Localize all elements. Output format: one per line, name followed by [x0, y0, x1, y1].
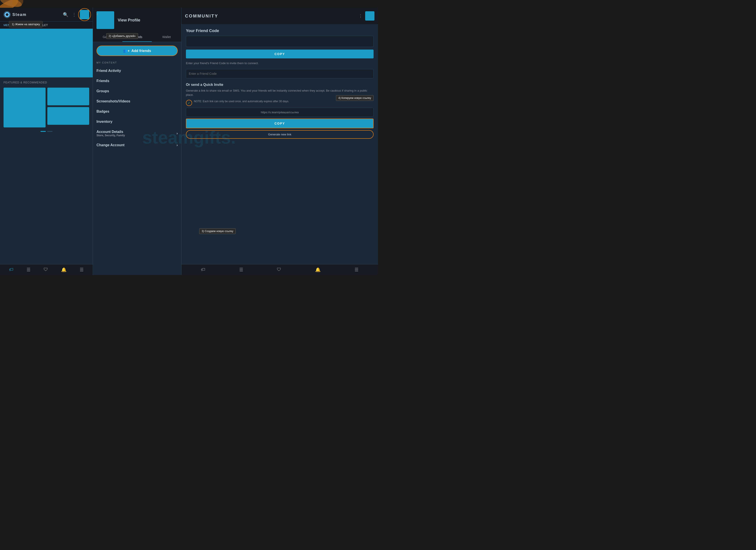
left-panel: 1) Жмем на аватарку Steam 🔍 ⋮	[0, 8, 93, 275]
more-icon[interactable]: ⋮	[72, 12, 76, 17]
community-avatar	[365, 11, 374, 21]
checkmark-circle: ✓	[186, 100, 192, 106]
menu-inventory[interactable]: Inventory	[93, 117, 181, 127]
bottom-nav-tag-icon[interactable]: 🏷	[9, 267, 13, 273]
annotation-3: 3) Создаем новую ссылку	[199, 228, 236, 234]
checkmark-icon: ✓	[188, 101, 190, 105]
community-header: COMMUNITY ⋮	[181, 8, 378, 24]
community-header-right: ⋮	[359, 11, 374, 21]
featured-item-1	[4, 88, 46, 128]
search-icon[interactable]: 🔍	[63, 12, 68, 17]
bottom-nav-bell-icon[interactable]: 🔔	[61, 267, 67, 273]
tab-wallet[interactable]: Wallet	[152, 33, 181, 42]
community-more-icon[interactable]: ⋮	[359, 14, 363, 18]
add-friends-icon: 👥+	[123, 49, 129, 53]
friend-code-title: Your Friend Code	[186, 29, 374, 33]
featured-banner	[0, 29, 93, 77]
menu-change-account-label: Change Account	[96, 143, 125, 147]
featured-item-2	[47, 88, 89, 105]
scroll-indicator	[0, 129, 93, 134]
menu-groups[interactable]: Groups	[93, 86, 181, 96]
my-content-header: MY CONTENT	[93, 60, 181, 66]
menu-friend-activity[interactable]: Friend Activity	[93, 66, 181, 76]
bottom-nav-library-icon[interactable]: ☰	[27, 267, 31, 273]
back-arrow-button[interactable]: ‹	[96, 11, 98, 17]
right-bottom-tag-icon[interactable]: 🏷	[201, 267, 205, 273]
avatar-container[interactable]	[80, 10, 89, 19]
featured-grid	[0, 86, 93, 129]
profile-header: View Profile	[93, 8, 181, 33]
bottom-nav-shield-icon[interactable]: 🛡	[44, 267, 48, 273]
bottom-nav-menu-icon[interactable]: ☰	[80, 267, 84, 273]
menu-badges[interactable]: Badges	[93, 106, 181, 117]
middle-panel: ‹ View Profile 2) «Добавить друзей» Game…	[93, 8, 181, 275]
invite-link-box: https://s.team/p/ваша/ссылка	[186, 108, 374, 117]
menu-account-details[interactable]: Account Details Store, Security, Family …	[93, 127, 181, 140]
quick-invite-title: Or send a Quick Invite	[186, 83, 374, 87]
add-friends-container: 👥+ Add friends	[93, 42, 181, 60]
left-content: FEATURED & RECOMMENDED	[0, 29, 93, 264]
right-bottom-bell-icon[interactable]: 🔔	[315, 267, 321, 273]
community-title: COMMUNITY	[185, 14, 218, 19]
friend-code-desc: Enter your friend's Friend Code to invit…	[186, 61, 374, 66]
steam-logo-text: Steam	[12, 12, 27, 17]
add-friends-label: Add friends	[131, 49, 151, 53]
annotation-1: 1) Жмем на аватарку	[9, 21, 43, 27]
profile-avatar	[96, 11, 114, 29]
steam-header: Steam 🔍 ⋮	[0, 8, 93, 22]
annotation-2: 2) «Добавить друзей»	[106, 33, 138, 39]
bottom-nav-left: 🏷 ☰ 🛡 🔔 ☰	[0, 264, 93, 275]
svg-point-10	[6, 13, 8, 16]
right-bottom-shield-icon[interactable]: 🛡	[277, 267, 281, 273]
scroll-dot-2	[47, 131, 52, 132]
copy-friend-code-button[interactable]: COPY	[186, 50, 374, 58]
menu-friends[interactable]: Friends	[93, 76, 181, 86]
menu-account-details-sub: Store, Security, Family	[96, 134, 125, 137]
steam-header-icons: 🔍 ⋮	[63, 10, 89, 19]
featured-item-3	[47, 107, 89, 125]
steam-logo-icon	[4, 11, 11, 18]
avatar	[80, 10, 89, 19]
enter-friend-code-input[interactable]	[186, 69, 374, 78]
menu-badges-label: Badges	[96, 110, 109, 114]
right-bottom-menu-icon[interactable]: ☰	[355, 267, 359, 273]
view-profile-button[interactable]: View Profile	[118, 18, 140, 23]
note-content: NOTE: Each link can only be used once, a…	[194, 100, 289, 103]
menu-inventory-label: Inventory	[96, 120, 112, 124]
add-friends-button[interactable]: 👥+ Add friends	[96, 46, 178, 56]
featured-header: FEATURED & RECOMMENDED	[0, 79, 93, 86]
menu-change-account[interactable]: Change Account ›	[93, 140, 181, 150]
copy-invite-link-button[interactable]: COPY	[186, 119, 374, 128]
annotation-4: 4) Копируем новую ссылку	[336, 95, 374, 101]
menu-account-details-arrow: ›	[177, 131, 178, 135]
menu-friend-activity-label: Friend Activity	[96, 69, 121, 73]
scroll-dot-1	[40, 131, 46, 132]
menu-screenshots[interactable]: Screenshots/Videos	[93, 96, 181, 106]
friend-code-display	[186, 36, 374, 47]
right-bottom-library-icon[interactable]: ☰	[239, 267, 243, 273]
menu-screenshots-label: Screenshots/Videos	[96, 99, 130, 103]
menu-account-details-label: Account Details	[96, 130, 125, 134]
bottom-nav-right: 🏷 ☰ 🛡 🔔 ☰	[181, 264, 378, 275]
menu-friends-label: Friends	[96, 79, 109, 83]
menu-change-account-arrow: ›	[177, 143, 178, 147]
steam-logo: Steam	[4, 11, 27, 18]
friend-code-section: Your Friend Code COPY Enter your friend'…	[181, 24, 378, 143]
right-panel: COMMUNITY ⋮ Your Friend Code COPY Enter …	[181, 8, 378, 275]
menu-groups-label: Groups	[96, 89, 109, 93]
generate-new-link-button[interactable]: Generate new link	[186, 130, 374, 139]
